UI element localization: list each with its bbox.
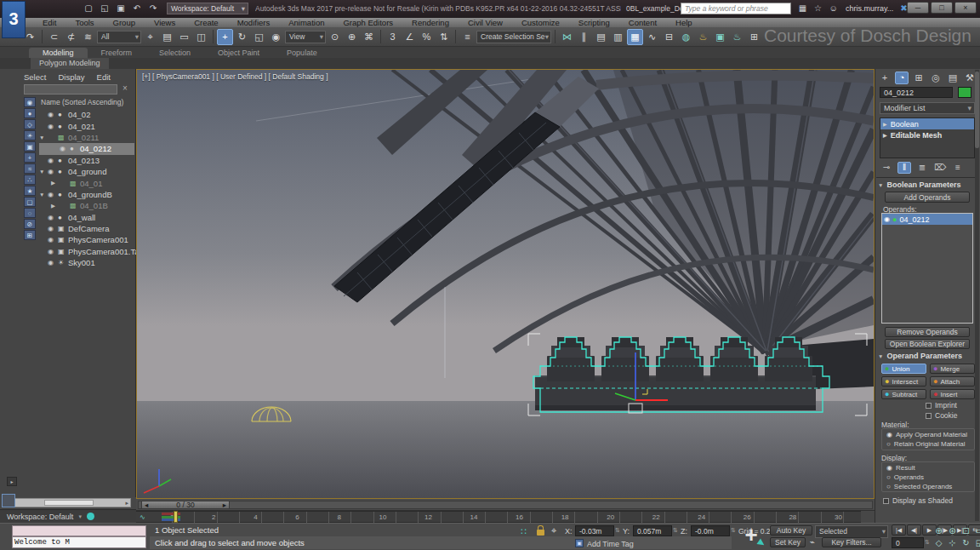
expand-arrow-icon[interactable]: ▶ xyxy=(51,180,60,186)
row-04_groundB[interactable]: ▼ ◉ ● 04_groundB xyxy=(39,189,134,200)
select-manipulate-icon[interactable]: ⊕ xyxy=(344,29,360,45)
render-gallery-icon[interactable]: ⊞ xyxy=(746,29,762,45)
prev-frame-arrow[interactable]: ◂ xyxy=(145,501,148,509)
pan-icon[interactable]: ⊹ xyxy=(946,537,959,548)
orbit-icon[interactable]: ↻ xyxy=(960,537,972,548)
row-04_ground[interactable]: ▼ ◉ ● 04_ground xyxy=(39,166,134,177)
row-04_02[interactable]: ◉ ● 04_02 xyxy=(39,109,134,120)
current-frame-field[interactable]: 0 xyxy=(892,537,924,548)
visibility-eye-icon[interactable]: ◉ xyxy=(48,225,58,232)
search-input[interactable]: Type a keyword or phrase xyxy=(681,3,791,14)
display-cameras-icon[interactable]: ▣ xyxy=(24,141,36,152)
app-logo[interactable]: 3 xyxy=(2,1,26,38)
viewport-label[interactable]: [+] [ PhysCamera001 ] [ User Defined ] [… xyxy=(142,72,328,81)
display-lights-icon[interactable]: ☀ xyxy=(24,130,36,140)
viewport-layout-tab[interactable] xyxy=(2,494,15,507)
menu-item[interactable]: Tools xyxy=(66,18,102,27)
operand-eye-icon[interactable]: ◉ xyxy=(884,215,890,223)
display-bones-icon[interactable]: ★ xyxy=(24,186,36,196)
coordinate-display-icon[interactable]: ⌖ xyxy=(551,525,556,536)
track-bar-slider[interactable] xyxy=(174,511,178,523)
isolate-selection-icon[interactable]: ∷ xyxy=(521,526,527,537)
select-object-icon[interactable]: ⌖ xyxy=(142,29,158,45)
row-04_wall[interactable]: ◉ ● 04_wall xyxy=(39,212,134,223)
tab-create[interactable]: + xyxy=(878,72,892,84)
tab-display[interactable]: ▤ xyxy=(946,72,960,84)
polygon-modeling-panel[interactable]: Polygon Modeling xyxy=(31,58,109,69)
favorites-icon[interactable]: ☆ xyxy=(812,3,824,14)
tab-modeling[interactable]: Modeling xyxy=(29,48,88,58)
radio-icon[interactable]: ◉ xyxy=(886,464,892,472)
window-crossing-icon[interactable]: ◫ xyxy=(193,29,209,45)
track-bar[interactable]: 024681012141618202224262830 xyxy=(136,511,861,523)
zoom-icon[interactable]: ⊕ xyxy=(932,525,945,536)
perspective-viewport[interactable]: [+] [ PhysCamera001 ] [ User Defined ] [… xyxy=(136,69,875,499)
explorer-h-scrollbar[interactable]: ◂▸ xyxy=(7,498,131,507)
visibility-eye-icon[interactable]: ◉ xyxy=(48,191,58,198)
rollout-arrow-icon[interactable]: ▶ xyxy=(883,132,887,138)
open-boolean-explorer-button[interactable]: Open Boolean Explorer xyxy=(885,339,970,349)
display-everything-icon[interactable]: ◉ xyxy=(24,97,36,107)
expand-arrow-icon[interactable]: ▼ xyxy=(39,135,48,140)
boolean-parameters-rollout[interactable]: ▼Boolean Parameters xyxy=(878,180,960,189)
tab-object-paint[interactable]: Object Paint xyxy=(204,48,273,58)
display-as-shaded-checkbox[interactable]: Display as Shaded xyxy=(883,496,953,505)
redo-small-icon[interactable]: ↷ xyxy=(146,3,160,14)
subtract-button[interactable]: ● Subtract xyxy=(881,389,926,399)
select-rotate-icon[interactable]: ↻ xyxy=(234,29,250,45)
cookie-checkbox[interactable]: Cookie xyxy=(926,411,957,420)
row-04_0213[interactable]: ◉ ● 04_0213 xyxy=(39,155,134,166)
visibility-eye-icon[interactable]: ◉ xyxy=(48,157,58,164)
radio-icon[interactable]: ◉ xyxy=(886,431,892,438)
visibility-eye-icon[interactable]: ◉ xyxy=(48,259,58,266)
visibility-eye-icon[interactable]: ◉ xyxy=(48,214,58,221)
keyframe-markers[interactable] xyxy=(162,512,184,522)
merge-button[interactable]: ● Merge xyxy=(930,364,975,374)
mini-curve-editor-icon[interactable]: ∿ xyxy=(140,513,150,522)
rect-region-icon[interactable]: ▭ xyxy=(176,29,192,45)
new-scene-icon[interactable]: ▢ xyxy=(82,3,95,14)
display-result-radio[interactable]: ◉Result xyxy=(882,463,974,473)
percent-snap-icon[interactable]: % xyxy=(419,29,435,45)
tab-selection[interactable]: Selection xyxy=(145,48,204,58)
use-pivot-icon[interactable]: ⊙ xyxy=(327,29,343,45)
rollout-arrow-icon[interactable]: ▶ xyxy=(883,121,887,127)
checkbox-icon[interactable] xyxy=(883,498,889,504)
operand-row-04_0212[interactable]: ◉ ● 04_0212 xyxy=(882,214,972,225)
next-frame-arrow[interactable]: ▸ xyxy=(223,501,226,509)
imprint-checkbox[interactable]: Imprint xyxy=(926,401,957,410)
union-button[interactable]: ● Union xyxy=(881,364,926,374)
stack-editable-mesh[interactable]: ▶ Editable Mesh xyxy=(880,129,974,140)
visibility-eye-icon[interactable]: ◉ xyxy=(48,236,58,243)
scene-explorer-toggle-icon[interactable]: ▥ xyxy=(610,29,626,45)
close-button[interactable]: × xyxy=(954,2,977,14)
display-spacewarps-icon[interactable]: ≈ xyxy=(24,163,36,174)
coord-system-dropdown[interactable]: View xyxy=(285,31,326,43)
visibility-eye-icon[interactable]: ◉ xyxy=(48,248,58,255)
visibility-eye-icon[interactable]: ◉ xyxy=(48,168,58,175)
display-helpers-icon[interactable]: + xyxy=(24,152,36,163)
menu-item[interactable]: Animation xyxy=(280,18,333,27)
workspace-dropdown[interactable]: Workspace: Default xyxy=(167,3,248,14)
menu-item[interactable]: Customize xyxy=(513,18,568,27)
go-start-button[interactable]: |◀ xyxy=(892,524,906,536)
tab-motion[interactable]: ◎ xyxy=(929,72,943,84)
zoom-all-icon[interactable]: ⊛ xyxy=(946,525,959,536)
row-04_01[interactable]: ▶ ▩ 04_01 xyxy=(39,177,134,188)
snap-3d-icon[interactable]: 3 xyxy=(385,29,401,45)
operands-list[interactable]: ◉ ● 04_0212 xyxy=(881,213,973,324)
fov-icon[interactable]: ◇ xyxy=(932,537,945,548)
remove-modifier-icon[interactable]: ⌦ xyxy=(933,162,947,174)
tab-populate[interactable]: Populate xyxy=(273,48,331,58)
zoom-region-icon[interactable]: ▭ xyxy=(973,525,980,536)
explorer-menu-item[interactable]: Edit xyxy=(97,72,111,82)
row-04_021[interactable]: ◉ ● 04_021 xyxy=(39,120,134,131)
rendered-frame-icon[interactable]: ▣ xyxy=(712,29,728,45)
curve-editor-icon[interactable]: ∿ xyxy=(644,29,660,45)
render-setup-icon[interactable]: ♨ xyxy=(695,29,711,45)
maximize-viewport-icon[interactable]: ◱ xyxy=(973,537,980,548)
time-tag-icon[interactable]: ▣ xyxy=(575,539,584,547)
row-physcamera001-target[interactable]: ◉ ▣ PhysCamera001.Target xyxy=(39,246,134,257)
x-coordinate-field[interactable]: -0.03m xyxy=(575,525,614,536)
menu-item[interactable]: Civil View xyxy=(459,18,511,27)
